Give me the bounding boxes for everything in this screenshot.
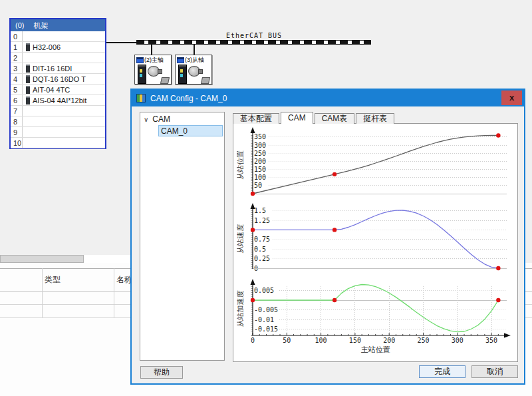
tree-node-cam0-selected[interactable]: CAM_0 <box>158 125 223 136</box>
svg-text:200: 200 <box>254 158 266 165</box>
cancel-button[interactable]: 取消 <box>471 365 518 378</box>
module-label: DIT-16 16DI <box>33 65 72 73</box>
svg-text:0.25: 0.25 <box>254 255 270 262</box>
module-label: AIT-04 4TC <box>33 86 70 94</box>
motor-icon <box>148 66 160 77</box>
rack-slot-row[interactable]: 3 DIT-16 16DI <box>11 63 105 74</box>
slot-number: 2 <box>11 53 23 63</box>
module-label: AIS-04 4AI*12bit <box>33 97 86 104</box>
svg-text:250: 250 <box>254 150 266 157</box>
column-divider <box>114 268 114 317</box>
device-graphic <box>177 64 210 84</box>
rack-slot-row[interactable]: 5 AIT-04 4TC <box>11 85 105 95</box>
svg-text:300: 300 <box>452 337 464 344</box>
coupling-icon <box>201 77 210 84</box>
module-icon <box>26 75 30 83</box>
rack-slot-row[interactable]: 2 <box>11 53 105 63</box>
svg-text:0: 0 <box>251 337 255 344</box>
finish-button[interactable]: 完成 <box>419 365 466 378</box>
module-icon <box>26 97 30 104</box>
module-icon <box>26 86 30 94</box>
tree-root-label: CAM <box>152 114 170 124</box>
slot-number: 0 <box>11 31 23 41</box>
module-label: H32-006 <box>33 43 61 51</box>
tab[interactable]: CAM <box>281 112 313 124</box>
rack-slot-row[interactable]: 6 AIS-04 4AI*12bit <box>11 95 105 106</box>
rack-slot-row[interactable]: 4 DQT-16 16DO T <box>11 74 105 85</box>
bg-table-header-type: 类型 <box>45 274 61 286</box>
svg-text:0.5: 0.5 <box>254 246 266 253</box>
svg-text:-0.01: -0.01 <box>254 316 274 323</box>
velocity-chart[interactable]: 00.250.50.751.251.5从站速度 <box>237 202 516 277</box>
ethercat-bus-line <box>136 40 371 45</box>
close-button[interactable]: x <box>501 91 522 105</box>
column-divider <box>42 268 43 317</box>
device-label: (2)主轴 <box>144 56 164 65</box>
slot-module: DIT-16 16DI <box>23 65 72 73</box>
position-chart[interactable]: 50100150200250300350从站位置 <box>237 126 516 201</box>
svg-text:从站速度: 从站速度 <box>237 224 244 254</box>
ethercat-device[interactable]: (2)主轴 <box>134 55 172 85</box>
svg-text:250: 250 <box>417 337 429 344</box>
tab[interactable]: 基本配置 <box>233 113 279 124</box>
cam-config-dialog: CAM Config - CAM_0 x ∨ CAM CAM_0 基本配置CAM… <box>130 89 525 385</box>
tab[interactable]: CAM表 <box>315 113 355 124</box>
svg-text:350: 350 <box>485 337 497 344</box>
dialog-titlebar[interactable]: CAM Config - CAM_0 <box>132 90 524 106</box>
svg-text:-0.015: -0.015 <box>254 325 278 333</box>
slot-module: H32-006 <box>23 43 61 51</box>
svg-text:1.5: 1.5 <box>254 207 266 214</box>
device-icon <box>136 57 144 63</box>
svg-text:150: 150 <box>349 337 361 344</box>
horizontal-scrollbar[interactable] <box>0 255 84 263</box>
module-icon <box>26 43 30 51</box>
device-icon <box>177 57 184 63</box>
slot-number: 4 <box>11 74 23 84</box>
rack-slot-row[interactable]: 0 <box>11 31 105 42</box>
rack-slot-row[interactable]: 7 <box>11 106 105 116</box>
slot-number: 3 <box>11 63 23 73</box>
rack-panel: (0) 机架 0 1 H32-006 2 <box>9 18 106 149</box>
module-icon <box>26 65 30 73</box>
ethercat-bus-label: EtherCAT BUS <box>221 32 287 39</box>
slot-number: 8 <box>11 116 23 126</box>
slot-module: DQT-16 16DO T <box>23 75 86 83</box>
acceleration-chart[interactable]: 0.005-0.005-0.01-0.015050100150200250300… <box>237 278 516 359</box>
svg-text:从站位置: 从站位置 <box>237 150 244 180</box>
scrollbar-track <box>84 255 130 263</box>
chevron-down-icon[interactable]: ∨ <box>144 116 148 123</box>
svg-text:0.005: 0.005 <box>254 287 274 294</box>
device-list: (2)主轴 (3)从轴 <box>134 55 212 85</box>
help-button[interactable]: 帮助 <box>140 366 183 379</box>
rack-slot-row[interactable]: 9 <box>11 127 105 138</box>
device-header: (3)从轴 <box>177 56 210 64</box>
svg-text:50: 50 <box>283 337 291 344</box>
rack-title: 机架 <box>33 19 48 31</box>
slot-number: 9 <box>11 127 23 137</box>
device-graphic <box>136 64 170 84</box>
tab[interactable]: 挺杆表 <box>356 113 394 124</box>
svg-text:-0.005: -0.005 <box>254 306 278 313</box>
cam-tree-panel: ∨ CAM CAM_0 <box>140 112 225 361</box>
svg-text:200: 200 <box>383 337 395 344</box>
rack-index: (0) <box>15 19 24 31</box>
rack-bus-connector <box>106 42 138 43</box>
rack-slot-row[interactable]: 10 <box>11 138 105 148</box>
tree-node-cam[interactable]: ∨ CAM <box>140 112 224 124</box>
motor-icon <box>188 66 200 77</box>
rack-slot-list: 0 1 H32-006 2 3 <box>11 31 105 148</box>
svg-text:150: 150 <box>254 166 266 173</box>
bus-drop-line <box>194 45 195 55</box>
svg-text:100: 100 <box>315 337 327 344</box>
slot-module: AIS-04 4AI*12bit <box>23 97 86 104</box>
device-header: (2)主轴 <box>136 56 170 64</box>
svg-text:从站加速度: 从站加速度 <box>237 291 244 327</box>
slot-number: 5 <box>11 85 23 95</box>
ethercat-device[interactable]: (3)从轴 <box>175 55 212 85</box>
rack-slot-row[interactable]: 8 <box>11 116 105 127</box>
screen: 类型 名称 (0) 机架 0 1 H32-006 2 <box>0 0 532 396</box>
coupling-icon <box>160 77 170 84</box>
slot-module: AIT-04 4TC <box>23 86 70 94</box>
rack-slot-row[interactable]: 1 H32-006 <box>11 42 105 53</box>
bus-drop-line <box>151 45 152 55</box>
